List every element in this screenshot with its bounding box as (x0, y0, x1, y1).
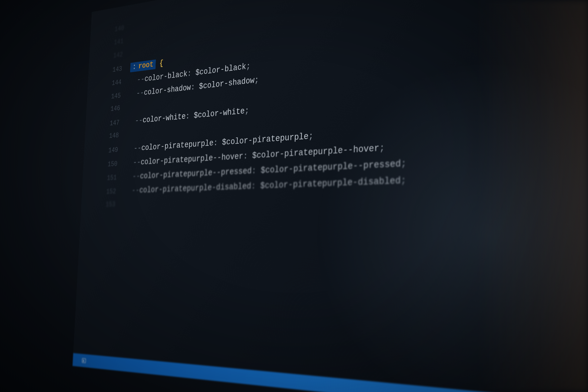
code-editor[interactable]: 140141142143:root {144 --color-black: $c… (73, 0, 588, 392)
token: : (213, 138, 222, 148)
token: : (251, 181, 261, 191)
token (130, 75, 138, 85)
terminal-icon[interactable] (82, 358, 86, 363)
token: $color-piratepurple-disabled (260, 175, 401, 191)
token: -- (133, 157, 141, 167)
perspective-frame: 140141142143:root {144 --color-black: $c… (73, 0, 588, 392)
token (124, 186, 132, 195)
token: : (187, 68, 196, 78)
token: { (159, 58, 164, 68)
token: : (251, 165, 261, 176)
token: ; (254, 75, 259, 85)
token: root (137, 60, 155, 72)
token: : (190, 82, 199, 92)
token: : (243, 150, 252, 161)
token: ; (246, 61, 251, 72)
token: ; (379, 142, 385, 153)
token: -- (136, 88, 144, 98)
token (126, 158, 134, 168)
token (127, 116, 135, 126)
selection-highlight: :root (130, 59, 156, 72)
token: color-piratepurple-disabled (139, 181, 251, 195)
screen-photo: 140141142143:root {144 --color-black: $c… (0, 0, 588, 392)
token: -- (132, 186, 140, 195)
token: ; (308, 131, 314, 141)
status-cursor[interactable]: Ln 143, Col 1 (444, 390, 496, 392)
line-number: 152 (82, 185, 125, 199)
code-lines[interactable]: 140141142143:root {144 --color-black: $c… (81, 0, 588, 213)
token (129, 89, 137, 99)
token: -- (132, 172, 140, 181)
token: ; (401, 175, 406, 187)
token: color-piratepurple (141, 138, 214, 153)
token: -- (135, 116, 143, 126)
token: color-shadow (144, 83, 191, 97)
token: ; (401, 158, 406, 169)
token: -- (134, 144, 141, 153)
line-number: 150 (83, 157, 126, 172)
token: -- (137, 74, 145, 85)
token: : (131, 62, 138, 72)
status-bar[interactable]: Ln 143, Col 1 Spaces: 4 UTF-8 LF SCSS (73, 353, 588, 392)
token: color-white (142, 112, 186, 125)
token (126, 144, 134, 154)
token: $color-white (194, 106, 245, 120)
line-number: 153 (81, 198, 124, 211)
line-number: 149 (84, 143, 127, 158)
line-number: 151 (82, 171, 125, 185)
token: : (186, 111, 194, 121)
token (125, 172, 133, 181)
token: ; (244, 106, 249, 116)
